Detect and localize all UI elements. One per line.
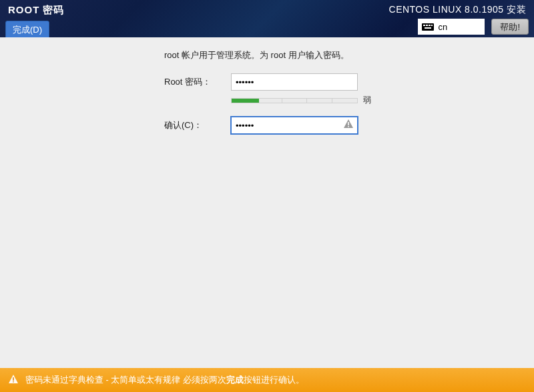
instruction-text: root 帐户用于管理系统。为 root 用户输入密码。 (164, 49, 525, 61)
header: ROOT 密码 完成(D) CENTOS LINUX 8.0.1905 安装 c… (0, 0, 534, 37)
done-button[interactable]: 完成(D) (5, 21, 49, 39)
warning-bar: 密码未通过字典检查 - 太简单或太有规律 必须按两次完成按钮进行确认。 (0, 368, 534, 392)
root-password-input[interactable] (231, 73, 358, 91)
password-form: root 帐户用于管理系统。为 root 用户输入密码。 Root 密码： 弱 … (164, 49, 525, 134)
warning-triangle-icon (8, 374, 19, 387)
page-title: ROOT 密码 (5, 3, 65, 17)
password-label: Root 密码： (164, 76, 231, 88)
confirm-row: 确认(C)： (164, 117, 525, 134)
confirm-label: 确认(C)： (164, 119, 231, 131)
installer-title: CENTOS LINUX 8.0.1905 安装 (389, 4, 529, 16)
keyboard-layout-selector[interactable]: cn (418, 19, 485, 35)
main-content: root 帐户用于管理系统。为 root 用户输入密码。 Root 密码： 弱 … (0, 37, 534, 392)
help-button[interactable]: 帮助! (491, 19, 529, 35)
keyboard-icon (422, 23, 434, 31)
header-left: ROOT 密码 完成(D) (5, 3, 65, 39)
header-right: CENTOS LINUX 8.0.1905 安装 cn 帮助! (389, 3, 529, 35)
warning-text: 密码未通过字典检查 - 太简单或太有规律 必须按两次完成按钮进行确认。 (25, 375, 304, 386)
keyboard-layout-code: cn (438, 22, 447, 32)
password-row: Root 密码： (164, 73, 525, 91)
strength-row: 弱 (231, 95, 525, 106)
svg-rect-2 (13, 377, 14, 381)
confirm-password-input[interactable] (231, 117, 358, 134)
header-controls: cn 帮助! (418, 19, 529, 35)
strength-label: 弱 (363, 95, 371, 106)
strength-bar (231, 98, 358, 103)
svg-rect-3 (13, 381, 14, 383)
